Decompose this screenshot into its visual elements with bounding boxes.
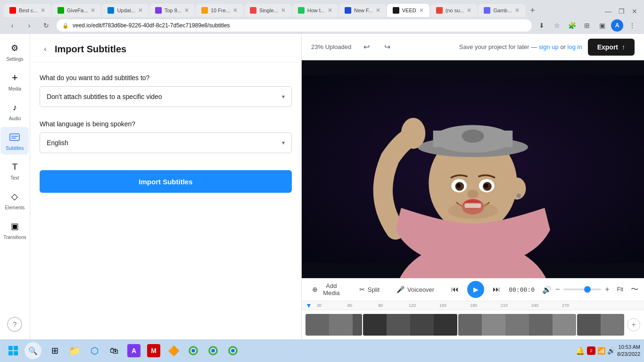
- taskbar-app-vlc[interactable]: 🔶: [164, 341, 183, 360]
- tab-5[interactable]: 10 Fre... ✕: [196, 4, 243, 17]
- skip-forward-button[interactable]: ⏭: [488, 282, 505, 296]
- refresh-button[interactable]: ↻: [40, 19, 53, 32]
- tab-9[interactable]: VEED ✕: [387, 4, 429, 17]
- profile-menu-icon[interactable]: ⊞: [581, 19, 593, 32]
- tab-10[interactable]: (no su... ✕: [430, 4, 478, 17]
- ruler-marks: 30 60 90 120 150 180 210 240 270: [315, 303, 640, 308]
- menu-icon[interactable]: ⋮: [626, 19, 638, 32]
- add-clip-button[interactable]: +: [627, 318, 640, 331]
- minimize-button[interactable]: —: [603, 6, 614, 17]
- import-subtitles-button[interactable]: Import Subtitles: [40, 170, 292, 193]
- zoom-in-icon[interactable]: +: [605, 285, 609, 294]
- clip-thumb-2: [329, 314, 353, 336]
- tab-7[interactable]: How t... ✕: [292, 4, 338, 17]
- taskbar-app-antivirus[interactable]: M: [144, 341, 163, 360]
- sidebar-item-media[interactable]: + Media: [0, 67, 29, 95]
- sidebar-item-transitions[interactable]: ▣ Transitions: [0, 216, 29, 244]
- tab-11[interactable]: Gamb... ✕: [478, 4, 525, 17]
- taskbar-app-custom1[interactable]: A: [124, 341, 143, 360]
- track-clip-3[interactable]: [458, 314, 576, 336]
- download-icon[interactable]: ⬇: [536, 19, 548, 32]
- tab-close-9[interactable]: ✕: [419, 7, 424, 14]
- star-icon[interactable]: ☆: [551, 19, 563, 32]
- track-clip-4[interactable]: [577, 314, 624, 336]
- tab-1[interactable]: Best c... ✕: [4, 4, 51, 17]
- sidebar-item-elements[interactable]: ◇ Elements: [0, 186, 29, 214]
- clip-thumb-5: [387, 314, 410, 336]
- tab-3[interactable]: Updat... ✕: [102, 4, 149, 17]
- close-window-button[interactable]: ✕: [629, 6, 640, 17]
- start-button[interactable]: [4, 341, 23, 360]
- sign-up-link[interactable]: sign up: [539, 43, 559, 50]
- tab-6[interactable]: Single... ✕: [244, 4, 291, 17]
- tab-close-5[interactable]: ✕: [233, 7, 238, 14]
- sidebar-toggle-icon[interactable]: ▣: [596, 19, 608, 32]
- track-clip-2[interactable]: [363, 314, 457, 336]
- tab-close-10[interactable]: ✕: [467, 7, 471, 14]
- toolbar-icons: ⬇ ☆ 🧩 ⊞ ▣ A ⋮: [536, 19, 638, 32]
- taskbar-app-chrome2[interactable]: [204, 341, 223, 360]
- clip-thumb-11: [529, 314, 553, 336]
- extension-icon[interactable]: 🧩: [566, 19, 578, 32]
- voiceover-button[interactable]: 🎤 Voiceover: [392, 283, 439, 296]
- help-button[interactable]: ?: [7, 317, 22, 332]
- forward-nav-button[interactable]: ›: [23, 19, 36, 32]
- maximize-button[interactable]: ❐: [616, 6, 627, 17]
- svg-point-35: [211, 349, 215, 353]
- taskbar-app-edge[interactable]: ⬡: [85, 341, 104, 360]
- track-clip-1[interactable]: [305, 314, 362, 336]
- volume-icon[interactable]: 🔊: [607, 347, 615, 354]
- tab-4[interactable]: Top 8... ✕: [149, 4, 195, 17]
- taskbar-app-chrome1[interactable]: [184, 341, 203, 360]
- notification-bell-icon[interactable]: 🔔: [576, 346, 585, 355]
- clock-time: 10:53 AM: [617, 344, 640, 351]
- taskbar-clock[interactable]: 10:53 AM 8/23/2022: [617, 344, 640, 358]
- taskbar-app-chrome3[interactable]: [223, 341, 242, 360]
- panel-content: What do you want to add subtitles to? Do…: [30, 63, 301, 204]
- zoom-slider[interactable]: [563, 288, 601, 290]
- language-select[interactable]: English ▾: [40, 132, 292, 153]
- tab-favicon-7: [298, 7, 305, 14]
- sidebar-item-audio[interactable]: ♪ Audio: [0, 97, 29, 125]
- tab-close-7[interactable]: ✕: [328, 7, 332, 14]
- sidebar-item-settings[interactable]: ⚙ Settings: [0, 38, 29, 66]
- back-nav-button[interactable]: ‹: [6, 19, 19, 32]
- fit-button[interactable]: Fit: [613, 284, 627, 295]
- back-button[interactable]: ‹: [40, 43, 51, 55]
- tab-close-2[interactable]: ✕: [91, 7, 95, 14]
- tab-2[interactable]: GiveFa... ✕: [52, 4, 101, 17]
- notification-count[interactable]: 2: [587, 346, 595, 355]
- taskbar-search-button[interactable]: 🔍: [25, 342, 41, 359]
- skip-back-button[interactable]: ⏮: [446, 282, 463, 296]
- zoom-handle[interactable]: [584, 286, 591, 293]
- tab-close-8[interactable]: ✕: [376, 7, 380, 14]
- wifi-icon: 📶: [597, 347, 605, 354]
- export-label: Export: [597, 43, 618, 51]
- export-button[interactable]: Export ↑: [588, 39, 635, 56]
- ruler-mark-90: 90: [376, 303, 407, 308]
- sidebar-item-text[interactable]: T Text: [0, 156, 29, 184]
- undo-button[interactable]: ↩: [359, 40, 374, 55]
- subtitle-target-select[interactable]: Don't attach subtitles to a specific vid…: [40, 86, 292, 107]
- sidebar-label-elements: Elements: [5, 205, 25, 210]
- taskbar-app-taskview[interactable]: ⊞: [45, 341, 64, 360]
- address-input[interactable]: 🔒 veed.io/edit/f783d6be-9226-40df-8c21-7…: [57, 19, 532, 32]
- tab-close-3[interactable]: ✕: [138, 7, 143, 14]
- add-media-button[interactable]: ⊕ Add Media: [307, 280, 347, 299]
- tab-close-6[interactable]: ✕: [281, 7, 286, 14]
- redo-button[interactable]: ↪: [380, 40, 395, 55]
- split-button[interactable]: ✂ Split: [355, 283, 384, 296]
- tab-8[interactable]: New F... ✕: [339, 4, 386, 17]
- tab-close-1[interactable]: ✕: [41, 7, 45, 14]
- tab-close-11[interactable]: ✕: [515, 7, 520, 14]
- sidebar-item-subtitles[interactable]: Subtitles: [0, 127, 29, 155]
- new-tab-button[interactable]: +: [526, 4, 539, 17]
- tab-close-4[interactable]: ✕: [184, 7, 189, 14]
- log-in-link[interactable]: log in: [568, 43, 582, 50]
- zoom-out-icon[interactable]: −: [555, 285, 560, 294]
- profile-avatar[interactable]: A: [611, 19, 623, 32]
- tab-favicon-5: [201, 7, 208, 14]
- taskbar-app-store[interactable]: 🛍: [105, 341, 124, 360]
- taskbar-app-filemanager[interactable]: 📁: [65, 341, 84, 360]
- play-button[interactable]: ▶: [467, 281, 484, 298]
